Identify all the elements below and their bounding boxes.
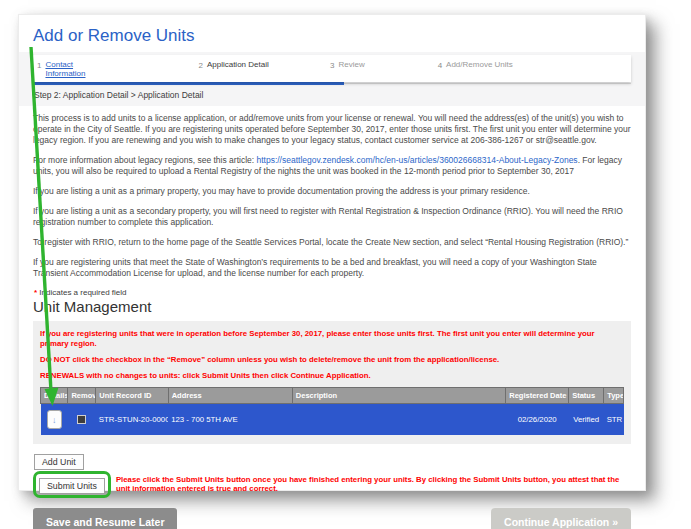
col-header-details: Details	[41, 388, 68, 404]
step-label: Add/Remove Units	[446, 60, 513, 69]
continue-application-button[interactable]: Continue Application »	[491, 508, 631, 529]
intro-text-block: This process is to add units to a licens…	[33, 113, 631, 279]
col-header-registered-date: Registered Date	[506, 388, 569, 404]
step-review[interactable]: 3 Review	[326, 58, 434, 80]
step-application-detail[interactable]: 2 Application Detail	[194, 58, 326, 80]
footer-actions: Save and Resume Later Continue Applicati…	[33, 508, 631, 529]
registered-date-cell: 02/26/2020	[506, 404, 569, 435]
description-cell	[292, 404, 505, 435]
required-note-text: Indicates a required field	[39, 288, 126, 297]
warning-renewals: RENEWALS with no changes to units: click…	[40, 371, 624, 381]
step-add-remove-units[interactable]: 4 Add/Remove Units	[434, 58, 631, 80]
status-cell: Verified	[569, 404, 604, 435]
col-header-description: Description	[292, 388, 505, 404]
step-progress-bar: 1 Contact Information 2 Application Deta…	[33, 55, 631, 82]
step-label: Application Detail	[207, 60, 269, 69]
col-header-type: Type	[604, 388, 624, 404]
step-number: 4	[438, 60, 442, 70]
application-page-card: Add or Remove Units 1 Contact Informatio…	[18, 14, 646, 491]
submit-units-note: Please click the Submit Units button onc…	[116, 475, 631, 494]
submit-units-button[interactable]: Submit Units	[39, 478, 105, 494]
col-header-address: Address	[168, 388, 292, 404]
type-cell: STR	[604, 404, 624, 435]
col-header-status: Status	[569, 388, 604, 404]
step-contact-information[interactable]: 1 Contact Information	[33, 58, 194, 80]
remove-cell	[68, 404, 96, 435]
step-number: 1	[37, 60, 41, 70]
required-field-note: * Indicates a required field	[34, 288, 631, 297]
arrow-down-icon: ↓	[52, 415, 57, 425]
required-asterisk-icon: *	[34, 288, 37, 297]
step-band: 1 Contact Information 2 Application Deta…	[19, 52, 645, 106]
legacy-zones-article-link[interactable]: https://seattlegov.zendesk.com/hc/en-us/…	[256, 155, 577, 165]
save-and-resume-button[interactable]: Save and Resume Later	[33, 508, 177, 529]
address-cell: 123 - 700 5TH AVE	[168, 404, 292, 435]
submit-units-highlight-box: Submit Units	[33, 471, 111, 498]
step-label: Review	[338, 60, 364, 69]
intro-paragraph-6: If you are registering units that meet t…	[33, 257, 631, 279]
unit-management-heading: Unit Management	[33, 298, 631, 315]
submit-units-row: Submit Units Please click the Submit Uni…	[33, 471, 631, 498]
unit-management-panel: If you are registering units that were i…	[33, 321, 631, 443]
details-cell: ↓	[41, 404, 68, 435]
intro-paragraph-2-prefix: For more information about legacy region…	[33, 155, 256, 165]
page-title: Add or Remove Units	[33, 26, 631, 46]
breadcrumb: Step 2: Application Detail > Application…	[33, 85, 631, 104]
intro-paragraph-1: This process is to add units to a licens…	[33, 113, 631, 146]
units-table: Details Remove Unit Record ID Address De…	[40, 387, 624, 435]
step-number: 3	[330, 60, 334, 70]
step-number: 2	[198, 60, 202, 70]
col-header-unit-record-id: Unit Record ID	[96, 388, 168, 404]
unit-table-row: ↓ STR-STUN-20-000001 123 - 700 5TH AVE 0…	[41, 404, 624, 435]
add-unit-button[interactable]: Add Unit	[34, 454, 84, 470]
row-details-expand-button[interactable]: ↓	[47, 410, 62, 429]
intro-paragraph-3: If you are listing a unit as a primary p…	[33, 186, 631, 197]
units-table-header-row: Details Remove Unit Record ID Address De…	[41, 388, 624, 404]
intro-paragraph-2: For more information about legacy region…	[33, 155, 631, 177]
warning-legacy-units: If you are registering units that were i…	[40, 329, 624, 348]
step-label: Contact Information	[45, 60, 97, 78]
progress-complete-bar	[33, 82, 344, 85]
warning-remove-checkbox: DO NOT click the checkbox in the “Remove…	[40, 355, 624, 365]
progress-remaining-bar	[344, 83, 631, 84]
intro-paragraph-4: If you are listing a unit as a secondary…	[33, 206, 631, 228]
intro-paragraph-5: To register with RRIO, return to the hom…	[33, 237, 631, 248]
col-header-remove: Remove	[68, 388, 96, 404]
add-unit-row: Add Unit	[34, 451, 631, 470]
remove-checkbox[interactable]	[77, 415, 86, 424]
unit-record-id-cell: STR-STUN-20-000001	[96, 404, 168, 435]
